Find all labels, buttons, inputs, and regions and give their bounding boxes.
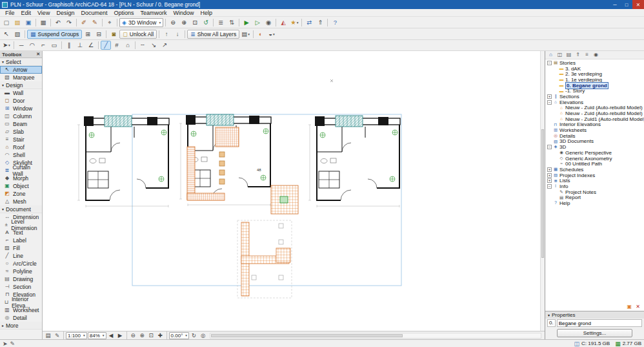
tree-item-3d[interactable]: −◈3D [545,144,644,150]
zoom-in-canvas-button[interactable]: ⊕ [138,332,146,339]
trace-reference-button[interactable]: ◐ [256,30,266,39]
tool-drawing[interactable]: ▤Drawing [0,275,42,283]
tool-level-dimension[interactable]: ±Level Dimension [0,221,42,229]
zoom-in-button[interactable]: ⊕ [179,18,189,27]
tree-item-00-untitled-path[interactable]: ≈00 Untitled Path [545,161,644,167]
suspend-groups-button[interactable]: ▦Suspend Groups [27,30,82,39]
project-map-button[interactable]: ⌂ [547,52,555,59]
tree-item-1-story[interactable]: ▬-1. Story [545,88,644,94]
mark-up-button[interactable]: ◭ [278,18,288,27]
tool-curtain-wall[interactable]: ≣Curtain Wall [0,167,42,174]
menu-view[interactable]: View [34,10,53,16]
toolbox-section-more[interactable]: ▸More [0,322,42,330]
tree-item-3-dak[interactable]: ▬3. dAK [545,66,644,72]
arrow-style-up-button[interactable]: ↗ [159,41,170,50]
drawing-canvas[interactable]: 48 [43,51,545,331]
expander-icon[interactable]: − [547,184,552,189]
tree-item-schedules[interactable]: +▦Schedules [545,167,644,173]
zoom-level-combo[interactable]: 84%▾ [88,332,106,339]
geometry-rectangle-button[interactable]: ▭ [49,41,59,50]
story-settings-button[interactable]: ⇅ [226,18,237,27]
perpendicular-button[interactable]: ⊥ [75,41,85,50]
horizontal-scrollbar-thumb[interactable] [211,334,403,337]
tree-item-3d-documents[interactable]: ▧3D Documents [545,139,644,145]
unlock-all-button[interactable]: ◻Unlock All [119,30,157,39]
orbit-button[interactable]: ↺ [201,18,211,27]
close-panel-button[interactable]: ✕ [634,304,641,310]
tree-item-lists[interactable]: +≣Lists [545,178,644,184]
next-view-button[interactable]: ▶ [116,332,125,339]
tree-item-elevations[interactable]: −⌂Elevations [545,100,644,105]
open-project-button[interactable]: ▤ [12,18,23,27]
tool-column[interactable]: ◫Column [0,112,42,120]
menu-window[interactable]: Window [170,10,197,16]
favorites-button[interactable]: ★▾ [289,18,299,27]
tool-window[interactable]: ⊞Window [0,105,42,112]
tree-item-nieuw-zuid-auto-rebuild-model[interactable]: ⌂Nieuw - Zuid (Auto-rebuild Model) [545,105,644,111]
virtual-trace-button[interactable]: ◒▾ [267,30,277,39]
tool-label[interactable]: ⌐Label [0,237,42,244]
group-button[interactable]: ⊞ [83,30,93,39]
geometry-polyline-button[interactable]: ⌐ [38,41,48,50]
tree-item-2-3e-verdieping[interactable]: ▬2. 3e verdieping [545,71,644,77]
story-name-field[interactable] [557,319,642,327]
tool-detail[interactable]: ◎Detail [0,314,42,322]
pan-button[interactable]: ✚ [156,332,165,339]
expander-icon[interactable]: + [547,178,552,183]
tree-item-nieuw-zuid-auto-rebuild-model[interactable]: ⌂Nieuw - Zuid (Auto-rebuild Model) [545,110,644,116]
expander-icon[interactable]: + [547,167,552,172]
teamwork-send-receive-button[interactable]: ⇄ [304,18,314,27]
layout-book-button[interactable]: ▤ [565,52,573,59]
offset-button[interactable]: ∥ [64,41,74,50]
toolbox-section-select[interactable]: ▾Select [0,58,42,66]
menu-file[interactable]: File [2,10,18,16]
navigator-pin-button[interactable]: ◉ [592,52,600,59]
tool-polyline[interactable]: ≈Polyline [0,268,42,275]
tree-item-info[interactable]: −iInfo [545,184,644,189]
tree-item-stories[interactable]: −▤Stories [545,60,644,66]
tool-wall[interactable]: ▬Wall [0,89,42,97]
update-panel-button[interactable]: ▣ [625,304,633,310]
tool-interior-eleva[interactable]: ⊔Interior Eleva... [0,299,42,306]
arrow-tool-button[interactable]: ↖ [1,30,12,39]
vertical-scrollbar-thumb[interactable] [541,129,544,258]
publisher-upload-button[interactable]: ⇑ [315,18,325,27]
pen-sets-button[interactable]: ✎ [53,332,61,339]
pickup-parameters-button[interactable]: ✐ [79,18,89,27]
tool-zone[interactable]: ◩Zone [0,190,42,198]
layer-settings-button[interactable]: ≣ [216,18,226,27]
tree-item-generic-perspective[interactable]: ◉Generic Perspective [545,150,644,156]
show-all-layers-button[interactable]: ≣Show All Layers [187,30,239,39]
tool-section[interactable]: ⊣Section [0,283,42,291]
selection-mode-combo[interactable]: ➤▾ [1,41,12,50]
menu-options[interactable]: Options [110,10,137,16]
marquee-tool-button[interactable]: ▧ [12,30,23,39]
tool-arrow[interactable]: ↖Arrow [0,66,42,74]
tool-line[interactable]: ╱Line [0,252,42,260]
settings-button[interactable]: Settings... [557,329,632,337]
play-animation-button[interactable]: ▷ [252,18,263,27]
zoom-out-button[interactable]: ⊖ [168,18,178,27]
tree-item-generic-axonometry[interactable]: ◇Generic Axonometry [545,156,644,162]
vertical-scrollbar[interactable] [540,51,545,331]
tool-mesh[interactable]: △Mesh [0,198,42,205]
snap-grid-button[interactable]: # [112,41,122,50]
guide-lines-button[interactable]: ╱ [101,41,111,50]
new-project-button[interactable]: ▢ [1,18,12,27]
angle-button[interactable]: ∠ [86,41,96,50]
geometry-arc-button[interactable]: ◠ [27,41,37,50]
view-map-button[interactable]: ◫ [556,52,564,59]
inject-parameters-button[interactable]: ✎ [90,18,100,27]
geometry-line-button[interactable]: ─ [16,41,26,50]
send-to-back-button[interactable]: ↓ [172,30,183,39]
menu-design[interactable]: Design [53,10,77,16]
tool-arc-circle[interactable]: ○Arc/Circle [0,260,42,268]
layer-combo-button[interactable]: ▤▾ [240,30,251,39]
run-3d-button[interactable]: ▶ [241,18,252,27]
maximize-button[interactable]: □ [621,0,632,9]
tree-item-help[interactable]: ?Help [545,200,644,206]
expander-icon[interactable]: − [547,100,552,105]
lock-button[interactable]: ◙ [108,30,119,39]
ungroup-button[interactable]: ⊟ [94,30,104,39]
measure-button[interactable]: ⌖ [105,18,115,27]
